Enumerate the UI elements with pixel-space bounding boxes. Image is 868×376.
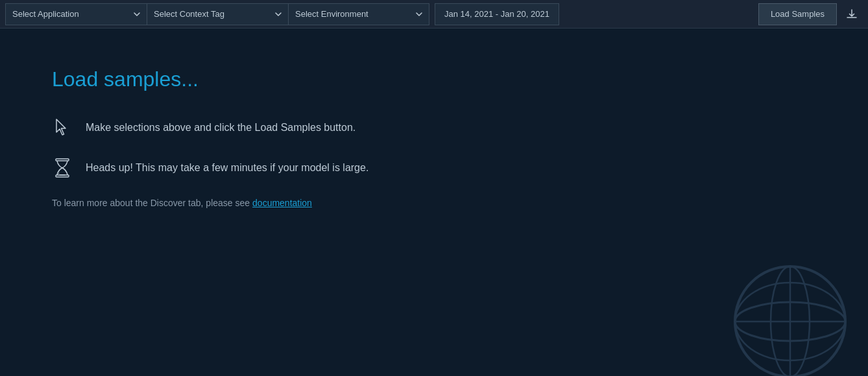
warning-row: Heads up! This may take a few minutes if… (52, 158, 816, 178)
select-environment-dropdown[interactable]: Select Environment (288, 3, 429, 25)
instruction-text: Make selections above and click the Load… (86, 117, 356, 135)
select-environment-label: Select Environment (295, 9, 368, 19)
main-content: Load samples... Make selections above an… (0, 29, 868, 247)
chevron-down-icon (275, 11, 282, 18)
instruction-row: Make selections above and click the Load… (52, 117, 816, 138)
select-application-label: Select Application (12, 9, 79, 19)
documentation-link[interactable]: documentation (252, 198, 312, 208)
toolbar: Select Application Select Context Tag Se… (0, 0, 868, 29)
cursor-icon (52, 117, 73, 138)
date-range-label: Jan 14, 2021 - Jan 20, 2021 (444, 9, 549, 19)
documentation-row: To learn more about the Discover tab, pl… (52, 198, 816, 208)
download-button[interactable] (841, 3, 863, 25)
hourglass-icon (52, 158, 73, 178)
docs-prefix-text: To learn more about the Discover tab, pl… (52, 198, 250, 208)
select-application-dropdown[interactable]: Select Application (5, 3, 147, 25)
chevron-down-icon (134, 11, 140, 18)
warning-text: Heads up! This may take a few minutes if… (86, 158, 368, 176)
globe-watermark (725, 257, 855, 376)
date-range-picker[interactable]: Jan 14, 2021 - Jan 20, 2021 (435, 3, 559, 25)
page-title: Load samples... (52, 67, 816, 91)
load-samples-button[interactable]: Load Samples (758, 3, 837, 25)
select-context-label: Select Context Tag (154, 9, 224, 19)
select-context-tag-dropdown[interactable]: Select Context Tag (147, 3, 288, 25)
download-icon (846, 8, 858, 20)
chevron-down-icon (416, 11, 422, 18)
svg-rect-0 (56, 159, 69, 161)
load-samples-button-label: Load Samples (771, 9, 825, 19)
